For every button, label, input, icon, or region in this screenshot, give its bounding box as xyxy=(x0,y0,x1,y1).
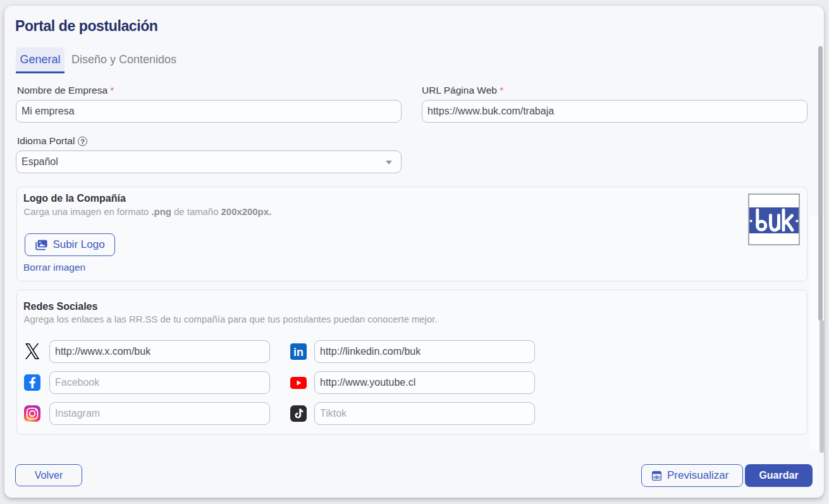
svg-text:in: in xyxy=(293,346,304,359)
